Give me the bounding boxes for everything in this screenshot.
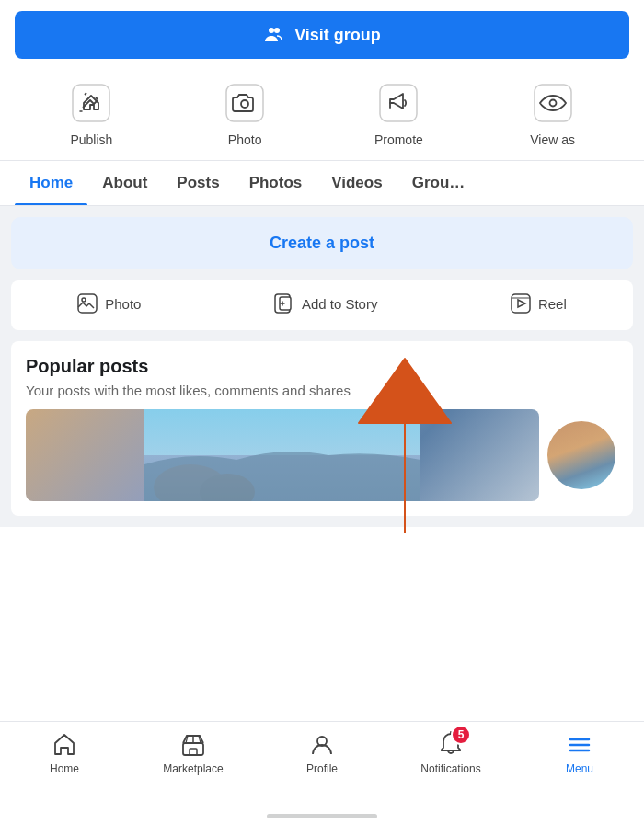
photo-media-option[interactable]: Photo (66, 288, 152, 319)
bottom-navigation: Home Marketplace Profile (0, 721, 644, 824)
post-image-person (545, 418, 618, 492)
post-images-row (26, 409, 618, 501)
photo-media-label: Photo (105, 296, 141, 312)
popular-posts-description: Your posts with the most likes, comments… (26, 383, 618, 398)
tab-videos[interactable]: Videos (316, 161, 397, 205)
promote-action[interactable]: Promote (374, 79, 423, 147)
publish-action[interactable]: Publish (67, 79, 115, 147)
nav-notifications[interactable]: 5 Notifications (386, 731, 515, 775)
profile-nav-label: Profile (306, 762, 338, 775)
svg-rect-15 (512, 294, 530, 313)
menu-nav-label: Menu (566, 762, 593, 775)
story-icon (274, 293, 294, 314)
home-indicator (267, 814, 377, 818)
post-image-main (26, 409, 539, 501)
reel-media-option[interactable]: Reel (500, 288, 578, 319)
reel-media-label: Reel (538, 296, 567, 312)
svg-point-10 (82, 298, 86, 302)
view-as-action[interactable]: View as (529, 79, 577, 147)
nav-menu[interactable]: Menu (515, 731, 644, 775)
svg-line-3 (85, 93, 86, 95)
svg-rect-2 (73, 85, 109, 121)
profile-nav-icon (308, 731, 336, 759)
create-post-button[interactable]: Create a post (11, 217, 633, 269)
tab-posts[interactable]: Posts (162, 161, 234, 205)
media-options-row: Photo Add to Story Reel (11, 280, 633, 330)
promote-label: Promote (374, 132, 423, 147)
visit-group-button[interactable]: Visit group (15, 11, 629, 59)
megaphone-icon (374, 79, 422, 127)
story-media-label: Add to Story (302, 296, 378, 312)
svg-point-0 (269, 28, 274, 33)
publish-label: Publish (70, 132, 112, 147)
content-area: Create a post Photo Add to Story (0, 206, 644, 527)
visit-group-label: Visit group (294, 26, 381, 45)
svg-rect-4 (226, 85, 263, 121)
eye-icon (529, 79, 577, 127)
camera-icon (221, 79, 269, 127)
svg-rect-6 (380, 85, 417, 121)
svg-marker-16 (518, 300, 525, 307)
svg-rect-23 (190, 749, 197, 755)
tab-groups[interactable]: Grou… (397, 161, 480, 205)
action-row: Publish Photo Promote (0, 70, 644, 161)
popular-posts-section: Popular posts Your posts with the most l… (11, 341, 633, 516)
tab-photos[interactable]: Photos (235, 161, 317, 205)
nav-profile[interactable]: Profile (258, 731, 386, 775)
menu-nav-icon (566, 731, 593, 759)
notifications-nav-label: Notifications (420, 762, 480, 775)
home-nav-icon (51, 731, 78, 759)
reel-icon (511, 293, 531, 314)
view-as-label: View as (530, 132, 575, 147)
nav-home[interactable]: Home (0, 731, 129, 775)
home-nav-label: Home (50, 762, 79, 775)
notification-badge: 5 (451, 725, 471, 745)
bell-nav-icon: 5 (437, 731, 465, 759)
photo-media-icon (77, 293, 98, 314)
tab-navigation: Home About Posts Photos Videos Grou… (0, 161, 644, 206)
marketplace-nav-icon (179, 731, 207, 759)
svg-point-8 (549, 100, 556, 107)
popular-posts-title: Popular posts (26, 356, 618, 377)
photo-label: Photo (228, 132, 262, 147)
tab-home[interactable]: Home (15, 161, 87, 205)
publish-icon (67, 79, 115, 127)
marketplace-nav-label: Marketplace (163, 762, 223, 775)
nav-marketplace[interactable]: Marketplace (129, 731, 258, 775)
svg-point-1 (274, 28, 280, 33)
photo-action[interactable]: Photo (221, 79, 269, 147)
group-icon (263, 24, 285, 46)
svg-point-5 (241, 100, 248, 108)
tab-about[interactable]: About (87, 161, 162, 205)
story-media-option[interactable]: Add to Story (263, 288, 389, 319)
